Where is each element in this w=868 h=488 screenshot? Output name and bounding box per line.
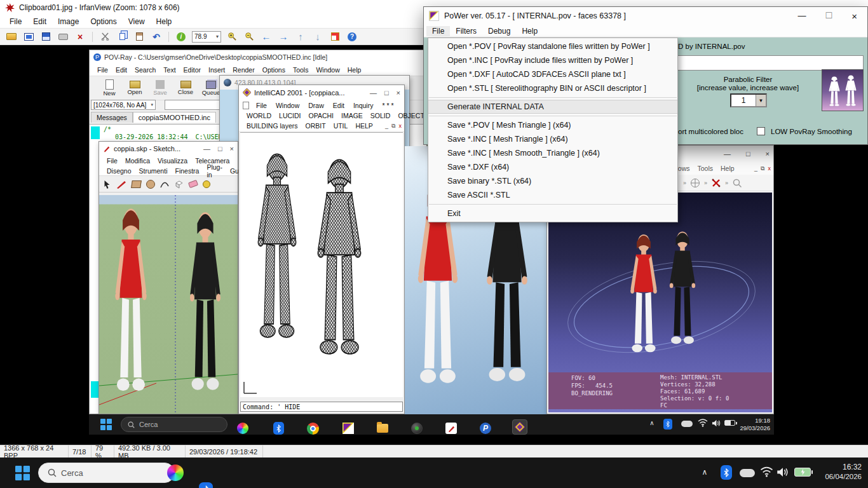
power-menu-debug[interactable]: Debug — [482, 26, 516, 36]
mdi-close-icon[interactable]: x — [768, 165, 771, 172]
stl-menu-item[interactable]: Help — [717, 164, 738, 173]
menu-view[interactable]: View — [123, 16, 151, 27]
tray-volume-icon[interactable] — [776, 466, 789, 478]
menu-item-save-pov[interactable]: Save *.POV [ Mesh Triangle ] (x64) — [428, 118, 677, 132]
intellicad-menu-item[interactable]: LUCIDI — [275, 111, 304, 120]
povray-menu-item[interactable]: Text — [159, 65, 179, 74]
stl-viewer-viewport[interactable]: FOV: 60FPS: 454.5BO_RENDERING Mesh: INTE… — [548, 193, 772, 412]
intellicad-menu-item[interactable]: * * * — [378, 101, 397, 110]
intellicad-menu-item[interactable]: WORLD — [243, 111, 275, 120]
menu-item-generate-internal-data[interactable]: Generate INTERNAL DATA — [428, 100, 677, 114]
sketchup-titlebar[interactable]: coppia.skp - Sketch... —□× — [99, 142, 238, 156]
menu-options[interactable]: Options — [85, 16, 122, 27]
bluetooth-icon[interactable] — [197, 482, 215, 488]
sketchup-menu-item[interactable]: Visualizza — [154, 156, 191, 165]
povray-titlebar[interactable]: P POV-Ray - C:\Users\gmser\OneDrive\Desk… — [90, 50, 426, 64]
file-explorer-icon[interactable] — [376, 422, 389, 435]
previous-image-icon[interactable]: ← — [260, 31, 273, 43]
intellicad-menu-item[interactable]: Edit — [329, 101, 348, 110]
sphere-app-icon[interactable] — [410, 422, 423, 435]
tray-chevron-icon[interactable]: ∧ — [647, 419, 657, 426]
maximize-icon[interactable]: □ — [218, 145, 222, 152]
orbit-globe-icon[interactable] — [690, 178, 700, 188]
menu-item-open-stl[interactable]: Open *.STL [ Stereolithography BIN or AS… — [428, 81, 677, 95]
delete-icon[interactable]: × — [74, 31, 86, 43]
intellicad-titlebar[interactable]: IntelliCAD 2001 - [coppiaca... —□× — [239, 85, 404, 100]
overflow-chevron-icon[interactable]: » — [725, 180, 728, 186]
pushpull-tool-icon[interactable] — [174, 180, 184, 189]
next-image-icon[interactable]: → — [277, 31, 290, 43]
povray-menu-item[interactable]: Tools — [289, 65, 313, 74]
menu-item-save-binary-stl[interactable]: Save binary *.STL (x64) — [428, 174, 677, 188]
close-icon[interactable]: × — [230, 145, 234, 152]
povray-menu-item[interactable]: File — [93, 65, 112, 74]
tray-wifi-icon[interactable] — [760, 466, 773, 477]
rectangle-tool-icon[interactable] — [131, 180, 142, 188]
tray-wifi-icon[interactable] — [698, 418, 708, 427]
smoothing-checkbox[interactable] — [757, 127, 765, 135]
start-button-icon[interactable] — [100, 419, 112, 430]
tab-file[interactable]: coppiaSMOOTHED.inc — [133, 112, 216, 123]
copy-icon[interactable] — [116, 31, 128, 43]
mdi-minimize-icon[interactable]: _ — [754, 165, 757, 172]
tray-onedrive-icon[interactable] — [681, 421, 693, 427]
sketchup-app-icon[interactable] — [445, 422, 458, 435]
power-titlebar[interactable]: PoWer ver. 05.17 - [ INTERNAL.pov - face… — [424, 7, 867, 25]
sketchup-menu-item[interactable]: Modifica — [121, 156, 154, 165]
power-menu-file[interactable]: File — [426, 26, 450, 36]
queue-button[interactable]: Queue — [200, 76, 222, 100]
color-wheel-icon[interactable] — [166, 464, 184, 482]
intellicad-menu-item[interactable]: IMAGE — [337, 111, 367, 120]
intellicad-menu-item[interactable]: OPACHI — [305, 111, 337, 120]
mdi-minimize-icon[interactable]: _ — [385, 123, 388, 130]
minimize-icon[interactable]: — — [724, 150, 731, 158]
povray-menu-item[interactable]: Insert — [205, 65, 229, 74]
close-button[interactable]: Close — [175, 76, 196, 100]
povray-menu-item[interactable]: Window — [312, 65, 343, 74]
povray-app-icon[interactable]: P — [479, 422, 492, 435]
intellicad-menu-item[interactable]: HELP — [351, 121, 376, 130]
sketchup-menu-item[interactable]: Strumenti — [135, 166, 172, 175]
sketchup-viewport[interactable] — [99, 195, 238, 414]
intellicad-app-icon[interactable] — [512, 419, 527, 435]
intellicad-command-line[interactable]: Command: ' HIDE — [240, 402, 403, 412]
povray-menu-item[interactable]: Edit — [112, 65, 131, 74]
intellicad-menu-item[interactable]: Draw — [304, 101, 328, 110]
cut-icon[interactable] — [98, 31, 111, 43]
maximize-icon[interactable]: □ — [746, 150, 750, 158]
intellicad-menu-item[interactable]: Inquiry — [349, 101, 377, 110]
open-folder-icon[interactable] — [5, 31, 18, 43]
last-image-icon[interactable]: ↓ — [311, 31, 324, 43]
search-input[interactable]: Cerca — [38, 463, 175, 483]
search-input[interactable]: Cerca — [121, 417, 227, 432]
menu-help[interactable]: Help — [151, 16, 178, 27]
print-icon[interactable] — [57, 31, 69, 43]
menu-image[interactable]: Image — [52, 16, 85, 27]
maximize-icon[interactable]: □ — [384, 89, 389, 97]
menu-item-exit[interactable]: Exit — [428, 207, 677, 220]
menu-item-save-dxf[interactable]: Save *.DXF (x64) — [428, 160, 677, 174]
mdi-close-icon[interactable]: x — [399, 123, 402, 130]
povray-menu-item[interactable]: Render — [229, 65, 258, 74]
intellicad-menu-item[interactable]: ORBIT — [302, 121, 330, 130]
first-image-icon[interactable]: ↑ — [294, 31, 307, 43]
sketchup-menu-item[interactable]: File — [103, 156, 121, 165]
power-menu-filters[interactable]: Filters — [450, 26, 482, 36]
menu-item-save-inc-smooth[interactable]: Save *.INC [ Mesh Smooth_Triangle ] (x64… — [428, 146, 677, 160]
intellicad-menu-item[interactable]: Window — [272, 101, 303, 110]
delete-x-icon[interactable] — [711, 178, 721, 188]
select-tool-icon[interactable] — [103, 180, 111, 189]
menu-item-open-dxf[interactable]: Open *.DXF [ AutoCAD 3DFACEs ASCII plane… — [428, 67, 677, 81]
chrome-icon[interactable] — [306, 422, 319, 435]
close-icon[interactable]: × — [397, 89, 400, 97]
power-menu-help[interactable]: Help — [516, 26, 543, 36]
sketchup-menu-item[interactable]: Finestra — [171, 166, 203, 175]
intellicad-menu-item[interactable]: SOLID — [367, 111, 395, 120]
inner-clock[interactable]: 19:18 29/03/2026 — [735, 417, 770, 432]
povray-menu-item[interactable]: Editor — [180, 65, 205, 74]
menu-item-open-inc[interactable]: Open *.INC [ PovRay include files writte… — [428, 53, 677, 67]
color-wheel-icon[interactable] — [236, 422, 249, 435]
mdi-restore-icon[interactable]: ⧉ — [391, 123, 395, 130]
povray-menu-item[interactable]: Options — [259, 65, 289, 74]
close-icon[interactable]: × — [766, 150, 770, 158]
